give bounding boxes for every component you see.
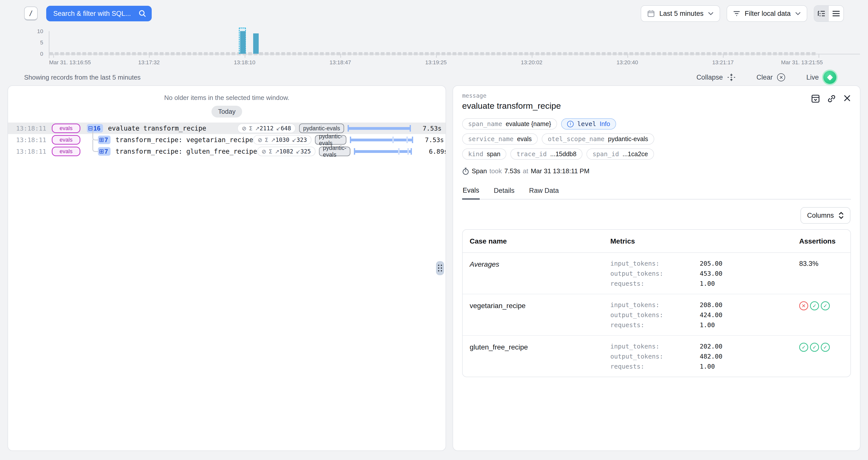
slash-shortcut-key: / [24, 6, 38, 21]
table-row-vegetarian-recipe[interactable]: vegetarian_recipe input_tokens:208.00 ou… [463, 294, 850, 336]
row-tag-evals[interactable]: evals [52, 124, 81, 133]
assertion-pass-icon: ✓ [810, 301, 819, 310]
input-tokens-count: 2112 [260, 125, 274, 132]
attribute-tag-level[interactable]: i level Info [561, 118, 616, 130]
close-icon [843, 94, 851, 103]
span-name: evaluate transform_recipe [108, 125, 206, 132]
assertion-fail-icon: ✕ [799, 301, 808, 310]
table-row-gluten-free-recipe[interactable]: gluten_free_recipe input_tokens:202.00 o… [463, 336, 850, 376]
sum-icon: Σ [249, 125, 252, 132]
row-timestamp: 13:18:11 [16, 136, 47, 144]
arrow-up-right-icon: ↗ [271, 137, 275, 143]
collapse-icon [727, 73, 735, 81]
token-stats-pill[interactable]: ⊘ Σ ↗1082 ↙325 [257, 146, 315, 156]
attribute-tag-span-id[interactable]: span_id ...1ca2ce [586, 149, 654, 160]
duration-label: 7.53s [414, 125, 441, 132]
duration-label: 6.89s [421, 148, 446, 155]
live-indicator-icon [823, 71, 836, 84]
span-duration-line: Span took 7.53s at Mar 31 13:18:11 PM [462, 167, 851, 175]
clear-button[interactable]: Clear ✕ [753, 73, 788, 82]
status-row: Showing records from the last 5 minutes … [0, 69, 868, 86]
row-timestamp: 13:18:11 [16, 148, 47, 155]
tokens-icon: ⊘ [258, 137, 262, 143]
collapse-button[interactable]: Collapse [693, 73, 738, 82]
assertion-pass-icon: ✓ [799, 343, 808, 352]
tab-raw-data[interactable]: Raw Data [529, 184, 560, 199]
clear-icon: ✕ [777, 73, 785, 81]
arrow-down-left-icon: ↙ [296, 149, 300, 155]
col-assertions: Assertions [799, 237, 843, 245]
arrow-down-left-icon: ↙ [292, 137, 297, 143]
time-range-button[interactable]: Last 5 minutes [641, 5, 720, 22]
children-count: 7 [104, 148, 108, 155]
showing-records-label: Showing records from the last 5 minutes [24, 73, 141, 81]
close-panel-button[interactable] [843, 94, 851, 103]
stopwatch-icon [462, 167, 469, 175]
clear-button-label: Clear [756, 73, 773, 81]
info-icon: i [567, 121, 574, 127]
tree-view-button[interactable] [814, 6, 829, 21]
sum-icon: Σ [265, 137, 268, 143]
otel-scope-tag[interactable]: pydantic-evals [319, 146, 350, 156]
output-tokens-count: 325 [300, 148, 311, 155]
token-stats-pill[interactable]: ⊘ Σ ↗1030 ↙323 [253, 135, 311, 144]
otel-scope-tag[interactable]: pydantic-evals [299, 124, 344, 133]
timeline-chart[interactable]: 1050 Mar 31. 13:16:5513:17:3213:18:1013:… [0, 27, 868, 69]
expand-children-badge[interactable]: ⊞ 7 [98, 136, 111, 144]
no-older-items-notice: No older items in the selected time wind… [8, 94, 445, 102]
attribute-tag-trace-id[interactable]: trace_id ...15ddb8 [510, 149, 583, 160]
copy-link-button[interactable] [827, 94, 836, 103]
attribute-tag-otel-scope-name[interactable]: otel_scope_name pydantic-evals [542, 133, 654, 144]
col-metrics: Metrics [610, 237, 799, 245]
span-name: transform_recipe: gluten_free_recipe [116, 147, 257, 155]
table-row-averages[interactable]: Averages input_tokens:205.00 output_toke… [463, 253, 850, 294]
attribute-tag-service-name[interactable]: service_name evals [462, 133, 538, 144]
expand-children-badge[interactable]: ⊞ 7 [98, 147, 111, 156]
trace-row[interactable]: 13:18:11 evals ⊞ 7 transform_recipe: glu… [8, 145, 445, 157]
search-button-label: Search & filter with SQL... [53, 10, 131, 18]
chevron-down-icon [708, 12, 714, 15]
search-button[interactable]: Search & filter with SQL... [46, 6, 152, 21]
assertion-pass-icon: ✓ [821, 301, 830, 310]
live-toggle-button[interactable]: Live [803, 70, 839, 85]
tokens-icon: ⊘ [262, 149, 266, 155]
panel-resize-handle[interactable] [436, 261, 444, 275]
arrow-down-left-icon: ↙ [276, 125, 281, 132]
calendar-icon [647, 10, 655, 17]
trace-row[interactable]: 13:18:11 evals ⊟ 16 evaluate transform_r… [8, 123, 445, 134]
tab-details[interactable]: Details [493, 184, 515, 199]
output-tokens-count: 648 [281, 125, 291, 132]
chevron-down-icon [795, 12, 801, 15]
records-list-panel: No older items in the selected time wind… [7, 86, 446, 451]
attribute-tag-span-name[interactable]: span_name evaluate {name} [462, 118, 557, 130]
assertion-result-icons: ✓✓✓ [799, 343, 843, 352]
token-stats-pill[interactable]: ⊘ Σ ↗2112 ↙648 [237, 124, 296, 133]
topbar: / Search & filter with SQL... Last 5 min… [0, 0, 868, 27]
flat-list-view-button[interactable] [829, 6, 843, 21]
columns-button[interactable]: Columns [800, 207, 850, 224]
dock-panel-icon [811, 94, 820, 103]
attribute-tag-kind[interactable]: kind span [462, 149, 506, 160]
output-tokens-count: 323 [297, 137, 307, 143]
assertion-result-icons: ✕✓✓ [799, 301, 843, 310]
filter-icon [733, 10, 740, 17]
tree-view-icon [818, 10, 825, 17]
time-range-label: Last 5 minutes [659, 10, 704, 18]
chart-baseline [49, 54, 860, 55]
view-toggle [814, 5, 844, 22]
filter-local-data-button[interactable]: Filter local data [726, 5, 807, 22]
row-tag-evals[interactable]: evals [52, 135, 81, 144]
otel-scope-tag[interactable]: pydantic-evals [315, 135, 346, 144]
chart-plot [49, 27, 860, 54]
duration-label: 7.53s [417, 136, 444, 144]
trace-row[interactable]: 13:18:11 evals ⊞ 7 transform_recipe: veg… [8, 134, 445, 145]
evals-table-header: Case name Metrics Assertions [463, 230, 850, 253]
row-tag-evals[interactable]: evals [52, 146, 81, 156]
link-icon [827, 94, 836, 103]
tab-evals[interactable]: Evals [462, 184, 480, 200]
search-icon [138, 10, 146, 17]
assertions-percentage: 83.3% [799, 260, 843, 268]
dock-panel-button[interactable] [811, 94, 820, 103]
date-chip-today[interactable]: Today [212, 106, 242, 118]
evals-table: Case name Metrics Assertions Averages in… [462, 229, 851, 377]
